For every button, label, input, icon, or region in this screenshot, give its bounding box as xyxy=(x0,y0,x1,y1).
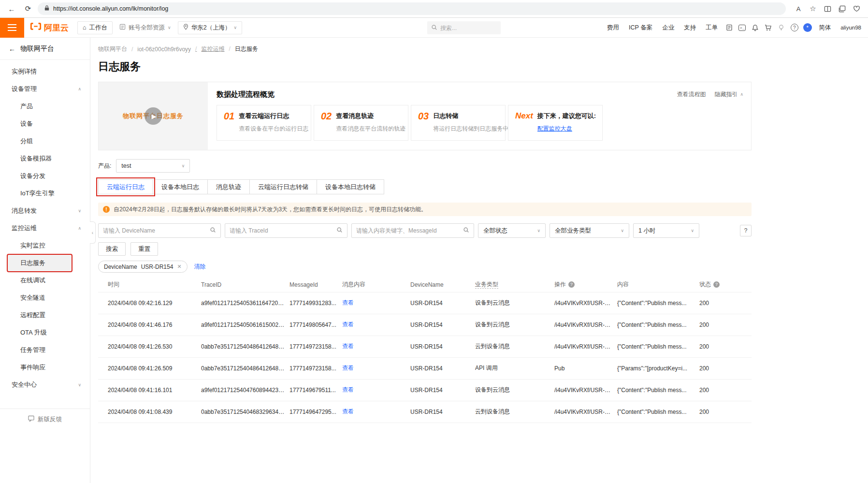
help-icon[interactable]: ? xyxy=(568,281,575,288)
sidebar-item-label: 在线调试 xyxy=(20,276,45,285)
sidebar-item-realtime-monitor[interactable]: 实时监控 xyxy=(0,237,90,254)
breadcrumb-item-platform[interactable]: 物联网平台 xyxy=(98,45,127,53)
reset-button[interactable]: 重置 xyxy=(130,242,158,256)
keyword-filter xyxy=(351,223,474,238)
view-message-link[interactable]: 查看 xyxy=(342,299,354,306)
cell-traceid: 0abb7e3517125404864126489... xyxy=(201,357,289,379)
browser-essentials-icon[interactable] xyxy=(850,2,863,15)
status-select[interactable]: 全部状态 ∨ xyxy=(478,223,546,238)
favorite-star-icon[interactable]: ☆ xyxy=(806,2,820,15)
guide-video-thumbnail[interactable]: 物联网平台日志服务 ▶ xyxy=(99,82,208,150)
search-icon[interactable] xyxy=(210,227,216,234)
tab-device-local-log-dump[interactable]: 设备本地日志转储 xyxy=(317,179,384,194)
collections-icon[interactable] xyxy=(835,2,849,15)
topnav-link-enterprise[interactable]: 企业 xyxy=(657,24,679,32)
back-icon[interactable]: ← xyxy=(5,2,18,15)
keyword-input[interactable] xyxy=(356,227,463,234)
guide-step-1: 01 查看云端运行日志 查看设备在平台的运行日志 xyxy=(217,105,311,141)
tab-message-trace[interactable]: 消息轨迹 xyxy=(207,179,250,194)
timerange-select[interactable]: 1 小时 ∨ xyxy=(633,223,699,238)
tab-cloud-run-log[interactable]: 云端运行日志 xyxy=(98,179,153,194)
sidebar-item-secure-tunnel[interactable]: 安全隧道 xyxy=(0,289,90,307)
view-message-link[interactable]: 查看 xyxy=(342,343,354,350)
sidebar-item-event-response[interactable]: 事件响应 xyxy=(0,359,90,376)
sidebar-group-message-forwarding[interactable]: 消息转发∨ xyxy=(0,202,90,220)
biztype-select[interactable]: 全部业务类型 ∨ xyxy=(550,223,629,238)
resource-scope-selector[interactable]: 账号全部资源 ∨ xyxy=(119,24,171,32)
traceid-input[interactable] xyxy=(230,227,336,234)
cell-status: 200 xyxy=(699,314,752,336)
topnav-link-billing[interactable]: 费用 xyxy=(602,24,624,32)
hide-guide-link[interactable]: 隐藏指引∧ xyxy=(714,90,743,99)
lightbulb-icon[interactable] xyxy=(775,24,788,31)
devicename-input[interactable] xyxy=(103,227,210,234)
view-message-link[interactable]: 查看 xyxy=(342,321,354,328)
sidebar-item-ota-upgrade[interactable]: OTA 升级 xyxy=(0,324,90,341)
breadcrumb-item-instance[interactable]: iot-06z00c0h9r6voyy xyxy=(127,46,191,53)
read-aloud-icon[interactable]: A xyxy=(792,2,805,15)
expenses-icon[interactable] xyxy=(723,24,736,31)
view-message-link[interactable]: 查看 xyxy=(342,386,354,393)
sidebar-item-remote-config[interactable]: 远程配置 xyxy=(0,307,90,324)
sidebar-back-button[interactable]: ← 物联网平台 xyxy=(0,38,90,60)
view-flowchart-link[interactable]: 查看流程图 xyxy=(677,90,706,99)
column-header-biztype: 业务类型 xyxy=(475,278,554,292)
breadcrumb-item-monitor-ops[interactable]: 监控运维 xyxy=(191,45,224,53)
sidebar-item-device-simulator[interactable]: 设备模拟器 xyxy=(0,150,90,167)
view-message-link[interactable]: 查看 xyxy=(342,408,354,415)
play-icon[interactable]: ▶ xyxy=(145,107,162,125)
global-search-input[interactable] xyxy=(440,25,492,31)
refresh-icon[interactable]: ⟳ xyxy=(21,2,35,15)
sidebar-item-online-debug[interactable]: 在线调试 xyxy=(0,272,90,289)
globe-service-icon[interactable]: * xyxy=(801,23,814,32)
sidebar-group-security-center[interactable]: 安全中心∨ xyxy=(0,376,90,394)
account-avatar[interactable]: aliyun98 xyxy=(836,25,863,30)
aliyun-logo[interactable]: 阿里云 xyxy=(24,22,77,33)
feedback-button[interactable]: 新版反馈 xyxy=(0,409,90,430)
search-icon[interactable] xyxy=(336,227,343,234)
cart-icon[interactable] xyxy=(762,24,775,31)
cell-status: 200 xyxy=(699,357,752,379)
sidebar-group-monitor-ops[interactable]: 监控运维∧ xyxy=(0,220,90,237)
sidebar-item-device-distribution[interactable]: 设备分发 xyxy=(0,167,90,185)
url-text: https://iot.console.aliyun.com/lk/monito… xyxy=(53,5,168,12)
sidebar-item-products[interactable]: 产品 xyxy=(0,98,90,115)
region-selector[interactable]: 华东2（上海） ∨ xyxy=(178,21,243,34)
sidebar-item-devices[interactable]: 设备 xyxy=(0,115,90,132)
sidebar-group-device-management[interactable]: 设备管理∧ xyxy=(0,80,90,98)
sidebar-item-log-service[interactable]: 日志服务 xyxy=(8,255,72,271)
workbench-button[interactable]: ⌂ 工作台 xyxy=(77,21,113,34)
sidebar-item-task-management[interactable]: 任务管理 xyxy=(0,341,90,359)
remove-tag-icon[interactable]: ✕ xyxy=(177,263,181,270)
help-icon[interactable]: ? xyxy=(713,281,720,288)
sidebar-item-groups[interactable]: 分组 xyxy=(0,132,90,150)
topnav-link-support[interactable]: 支持 xyxy=(679,24,701,32)
sidebar-collapse-handle[interactable]: ‹ xyxy=(90,221,96,244)
step-number: 02 xyxy=(321,112,332,140)
sidebar-item-instance-details[interactable]: 实例详情 xyxy=(0,63,90,80)
filter-help-button[interactable]: ? xyxy=(740,225,752,236)
view-message-link[interactable]: 查看 xyxy=(342,365,354,371)
guide-heading: 数据处理流程概览 xyxy=(217,90,275,99)
product-select[interactable]: test ∨ xyxy=(116,159,190,173)
clear-filters-link[interactable]: 清除 xyxy=(194,263,206,271)
search-button[interactable]: 搜索 xyxy=(98,242,126,256)
products-menu-button[interactable] xyxy=(0,18,24,38)
guide-panel: 物联网平台日志服务 ▶ 数据处理流程概览 查看流程图 隐藏指引∧ xyxy=(98,82,752,150)
topnav-link-tickets[interactable]: 工单 xyxy=(701,24,723,32)
language-selector[interactable]: 简体 xyxy=(814,24,836,32)
split-screen-icon[interactable] xyxy=(821,2,834,15)
search-icon[interactable] xyxy=(463,227,469,234)
tab-cloud-log-dump[interactable]: 云端运行日志转储 xyxy=(249,179,317,194)
sidebar-item-iot-twin-engine[interactable]: IoT孪生引擎 xyxy=(0,185,90,202)
tab-device-local-log[interactable]: 设备本地日志 xyxy=(153,179,208,194)
address-bar[interactable]: https://iot.console.aliyun.com/lk/monito… xyxy=(38,2,786,15)
bell-icon[interactable] xyxy=(749,24,762,31)
help-icon[interactable]: ? xyxy=(788,24,801,31)
global-search[interactable] xyxy=(427,21,501,34)
cloudshell-icon[interactable]: >_ xyxy=(736,25,749,31)
devicename-filter-tag[interactable]: DeviceName USR-DR154 ✕ xyxy=(98,261,188,273)
configure-dashboard-link[interactable]: 配置监控大盘 xyxy=(537,125,572,133)
topnav-link-icp[interactable]: ICP 备案 xyxy=(624,24,657,32)
cell-traceid: a9fef01217125405061615002d... xyxy=(201,314,289,336)
